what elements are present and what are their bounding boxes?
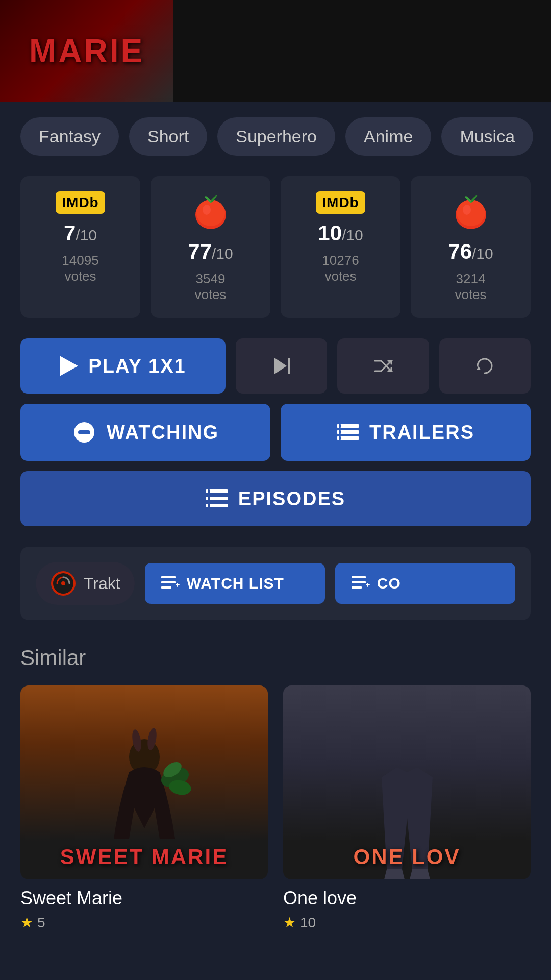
imdb-badge-2: IMDb: [316, 191, 365, 214]
svg-rect-31: [352, 576, 366, 578]
svg-rect-10: [78, 430, 90, 434]
trakt-label: Trakt: [84, 574, 120, 593]
rating-score-4: 76/10: [448, 239, 493, 264]
refresh-button[interactable]: [439, 338, 531, 394]
genre-tag-musica[interactable]: Musica: [441, 117, 533, 156]
similar-card-sweet-marie[interactable]: SWEET MARIE Sweet Marie ★ 5: [20, 685, 268, 931]
rating-score-2: 77/10: [188, 239, 233, 264]
watchlist-add-icon: [161, 574, 180, 593]
svg-rect-15: [339, 430, 341, 434]
rating-card-tomato-1: 77/10 3549votes: [151, 176, 270, 318]
shuffle-icon: [372, 355, 394, 377]
sweet-marie-thumb: SWEET MARIE: [20, 685, 268, 879]
watchlist-button[interactable]: WATCH LIST: [145, 563, 325, 604]
tomato-icon-2: [450, 191, 491, 232]
play-button[interactable]: PLAY 1X1: [20, 338, 226, 394]
rating-score-1: 7/10: [64, 221, 97, 246]
rating-votes-3: 10276votes: [322, 253, 359, 284]
svg-rect-28: [161, 586, 171, 589]
svg-point-4: [457, 200, 485, 226]
svg-rect-16: [339, 436, 341, 440]
imdb-badge-1: IMDb: [56, 191, 105, 214]
rating-votes-1: 14095votes: [62, 253, 98, 284]
svg-rect-26: [161, 576, 176, 578]
trakt-section: Trakt WATCH LIST CO: [20, 547, 531, 620]
genre-tag-short[interactable]: Short: [129, 117, 207, 156]
similar-title: Similar: [20, 646, 531, 670]
one-love-thumb-title: ONE LOV: [353, 845, 460, 869]
svg-rect-22: [208, 504, 210, 507]
collection-add-icon: [352, 574, 370, 593]
trailers-button[interactable]: TRAILERS: [281, 404, 531, 461]
collection-button[interactable]: CO: [335, 563, 515, 604]
svg-rect-30: [177, 583, 178, 587]
trakt-logo: [50, 570, 77, 597]
rating-card-imdb-2: IMDb 10/10 10276votes: [281, 176, 400, 318]
one-love-rating: ★ 10: [283, 914, 531, 931]
episodes-icon: [206, 487, 228, 510]
svg-point-2: [203, 205, 211, 215]
svg-rect-20: [208, 489, 210, 493]
ratings-section: IMDb 7/10 14095votes 77/10 3549votes IMD…: [0, 166, 551, 328]
rating-score-3: 10/10: [318, 221, 363, 246]
svg-rect-32: [352, 581, 366, 583]
refresh-icon: [473, 355, 496, 377]
star-icon-2: ★: [283, 914, 296, 931]
rating-votes-4: 3214votes: [455, 271, 486, 303]
actions-section: PLAY 1X1: [0, 328, 551, 536]
top-banner: MARIE: [0, 0, 551, 102]
svg-rect-7: [288, 358, 290, 374]
svg-point-25: [61, 581, 65, 585]
watching-icon: [72, 420, 96, 445]
one-love-title: One love: [283, 888, 531, 909]
action-row-2: WATCHING TRAILERS: [20, 404, 531, 461]
svg-point-1: [196, 200, 225, 226]
svg-marker-6: [274, 358, 287, 374]
sweet-marie-title: Sweet Marie: [20, 888, 268, 909]
svg-point-5: [463, 205, 471, 215]
rating-card-tomato-2: 76/10 3214votes: [411, 176, 531, 318]
play-icon: [60, 356, 78, 376]
genre-section: Fantasy Short Superhero Anime Musica: [0, 102, 551, 166]
trailers-icon: [337, 421, 359, 444]
skip-next-icon: [270, 355, 293, 377]
skip-next-button[interactable]: [236, 338, 327, 394]
star-icon-1: ★: [20, 914, 33, 931]
watching-button[interactable]: WATCHING: [20, 404, 270, 461]
banner-title: MARIE: [29, 32, 144, 70]
svg-rect-27: [161, 581, 176, 583]
svg-rect-14: [339, 424, 341, 428]
shuffle-button[interactable]: [337, 338, 429, 394]
action-row-1: PLAY 1X1: [20, 338, 531, 394]
tomato-icon-1: [190, 191, 231, 232]
trakt-badge[interactable]: Trakt: [36, 562, 135, 605]
svg-rect-35: [367, 583, 368, 587]
action-row-3: EPISODES: [20, 471, 531, 526]
svg-rect-21: [208, 497, 210, 500]
similar-grid: SWEET MARIE Sweet Marie ★ 5: [20, 685, 531, 931]
svg-rect-33: [352, 586, 362, 589]
similar-section: Similar: [0, 630, 551, 946]
rating-card-imdb-1: IMDb 7/10 14095votes: [20, 176, 140, 318]
rating-votes-2: 3549votes: [194, 271, 226, 303]
similar-card-one-love[interactable]: ONE LOV One love ★ 10: [283, 685, 531, 931]
sweet-marie-thumb-title: SWEET MARIE: [60, 845, 228, 869]
genre-tag-fantasy[interactable]: Fantasy: [20, 117, 119, 156]
sweet-marie-rating: ★ 5: [20, 914, 268, 931]
one-love-thumb: ONE LOV: [283, 685, 531, 879]
episodes-button[interactable]: EPISODES: [20, 471, 531, 526]
genre-tag-superhero[interactable]: Superhero: [217, 117, 335, 156]
genre-tag-anime[interactable]: Anime: [345, 117, 431, 156]
